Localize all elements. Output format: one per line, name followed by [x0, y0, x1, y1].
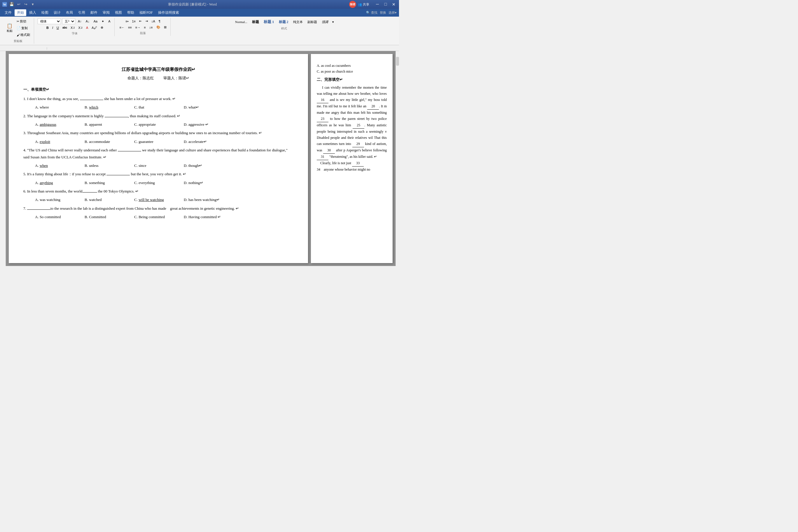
indent-btn[interactable]: ⇥: [144, 18, 149, 24]
menu-foxit[interactable]: 福昕PDF: [137, 10, 155, 16]
menu-mail[interactable]: 邮件: [88, 10, 100, 16]
redo-quick-btn[interactable]: ↪: [23, 1, 28, 7]
menu-home[interactable]: 开始: [15, 10, 26, 16]
highlight-btn[interactable]: A🖊: [90, 25, 98, 30]
line-spacing-btn[interactable]: ↕≡: [148, 25, 154, 30]
share-btn[interactable]: 👥 共享: [358, 2, 369, 7]
align-right-btn[interactable]: ≡→: [134, 25, 142, 30]
menu-search-ops[interactable]: 操作说明搜索: [156, 10, 182, 16]
style-biaoti[interactable]: 标题: [250, 19, 261, 25]
customize-quick-btn[interactable]: ▾: [30, 1, 36, 7]
opt-4a: A. when: [35, 162, 79, 169]
menu-layout[interactable]: 布局: [63, 10, 75, 16]
main-page[interactable]: 江苏省盐城中学高三年级寒假作业四↵ 命题人：陈志红 审题人：陈珺↵ 一、单项填空…: [9, 54, 308, 263]
paragraph-group: ≡• 1≡ ⇤ ⇥ ↕A ¶ ≡← ≡≡ ≡→ ≡ ↕≡ 🎨 ⊞ 段落: [116, 18, 171, 36]
scrollbar-thumb[interactable]: [396, 57, 399, 65]
opt-6a: A. was watching: [35, 196, 79, 203]
opt-3c: C. guarantee: [134, 138, 178, 145]
styles-more-btn[interactable]: ▾: [331, 19, 336, 25]
titlebar-left: W 💾 ↩ ↪ ▾: [2, 1, 36, 7]
quick-access-toolbar: 💾 ↩ ↪ ▾: [9, 1, 36, 7]
font-grow-btn[interactable]: A↑: [76, 19, 83, 24]
left-sidebar: [0, 51, 6, 266]
menu-review[interactable]: 审阅: [100, 10, 112, 16]
sort-btn[interactable]: ↕A: [150, 19, 157, 24]
font-label: 字体: [72, 32, 78, 36]
style-normal[interactable]: Normal...: [233, 19, 249, 24]
style-heading1[interactable]: 标题 1: [262, 18, 276, 25]
maximize-button[interactable]: □: [383, 1, 388, 7]
clipboard-label: 剪贴板: [14, 39, 22, 43]
menu-references[interactable]: 引用: [76, 10, 88, 16]
style-emphasis[interactable]: 强调: [320, 19, 330, 25]
clipboard-group: 📋 粘贴 ✂ 剪切 📄 复制 🖌 格式刷 剪贴板: [2, 18, 34, 44]
font-size-selector[interactable]: 五号: [62, 18, 75, 24]
font-color-btn[interactable]: A: [84, 25, 90, 30]
options-6: A. was watching B. watched C. will be wa…: [35, 196, 293, 203]
paste-button[interactable]: 📋 粘贴: [5, 21, 15, 36]
font-case-btn[interactable]: Aa: [92, 19, 99, 24]
subscript-button[interactable]: X2: [69, 25, 76, 30]
style-heading2[interactable]: 标题 2: [277, 19, 290, 25]
replace-label[interactable]: 替换: [380, 11, 386, 15]
opt-1b: B. which: [84, 104, 128, 111]
italic-button[interactable]: I: [51, 25, 55, 30]
styles-label: 样式: [281, 26, 287, 31]
opt-2c: C. appropriate: [134, 121, 178, 128]
font-more-btn[interactable]: A: [107, 19, 112, 24]
strikethrough-button[interactable]: abc: [61, 25, 69, 30]
close-button[interactable]: ✕: [391, 1, 397, 7]
bullets-btn[interactable]: ≡•: [124, 19, 130, 24]
menu-insert[interactable]: 插入: [27, 10, 38, 16]
save-quick-btn[interactable]: 💾: [9, 1, 15, 7]
question-3: 3. Throughout Southeast Asia, many count…: [23, 130, 293, 136]
minimize-button[interactable]: ─: [375, 1, 380, 7]
underline-button[interactable]: U: [55, 25, 60, 30]
menu-file[interactable]: 文件: [2, 10, 14, 16]
align-left-btn[interactable]: ≡←: [118, 25, 126, 30]
more-font-btn[interactable]: ⊕: [99, 25, 105, 30]
opt-4b: B. unless: [84, 162, 128, 169]
title-bar: W 💾 ↩ ↪ ▾ 寒假作业四新 [兼容模式] - Word 陈珺 👥 共享 ─…: [0, 0, 399, 9]
justify-btn[interactable]: ≡: [142, 25, 147, 30]
style-subtitle[interactable]: 副标题: [305, 19, 319, 25]
opt-5a: A. anything: [35, 179, 79, 186]
question-2: 2. The language in the company's stateme…: [23, 113, 293, 119]
undo-quick-btn[interactable]: ↩: [16, 1, 22, 7]
word-app-icon: W: [2, 2, 7, 7]
right-opt-a: A. as cool as cucumbers: [317, 63, 387, 69]
menu-draw[interactable]: 绘图: [39, 10, 51, 16]
opt-5d: D. nothing↵: [184, 179, 228, 186]
superscript-button[interactable]: X2: [77, 25, 84, 30]
outdent-btn[interactable]: ⇤: [138, 18, 143, 24]
font-clear-btn[interactable]: ✦: [100, 19, 106, 24]
shading-btn[interactable]: 🎨: [155, 24, 162, 30]
opt-3d: D. accelerate↵: [184, 138, 228, 145]
doc-subtitle: 命题人：陈志红 审题人：陈珺↵: [23, 75, 293, 81]
font-family-selector[interactable]: 楷体: [38, 18, 61, 24]
font-shrink-btn[interactable]: A↓: [84, 19, 91, 24]
align-center-btn[interactable]: ≡≡: [127, 25, 133, 30]
question-6: 6. In less than seven months, the world …: [23, 188, 293, 194]
menu-design[interactable]: 设计: [51, 10, 63, 16]
menu-view[interactable]: 视图: [113, 10, 124, 16]
cut-button[interactable]: ✂ 剪切: [15, 18, 32, 24]
opt-7d: D. Having committed ↵: [184, 213, 228, 220]
menu-help[interactable]: 帮助: [125, 10, 136, 16]
question-4: 4. "The US and China will never really u…: [23, 147, 293, 160]
bold-button[interactable]: B: [45, 25, 50, 30]
find-label[interactable]: 🔍 查找: [366, 11, 377, 15]
opt-6b: B. watched: [84, 196, 128, 203]
border-btn[interactable]: ⊞: [163, 24, 168, 30]
blank-7: [27, 209, 51, 210]
menu-bar: 文件 开始 插入 绘图 设计 布局 引用 邮件 审阅 视图 帮助 福昕PDF 操…: [0, 9, 399, 17]
select-label[interactable]: 选择▾: [388, 11, 397, 15]
format-paint-button[interactable]: 🖌 格式刷: [15, 32, 32, 38]
numbering-btn[interactable]: 1≡: [131, 19, 137, 24]
styles-group: Normal... 标题 标题 1 标题 2 纯文本 副标题 强调 ▾ 样式: [172, 18, 397, 31]
opt-1d: D. what↵: [184, 104, 228, 111]
right-scrollbar[interactable]: [396, 51, 399, 266]
show-marks-btn[interactable]: ¶: [157, 19, 162, 24]
style-plaintext[interactable]: 纯文本: [291, 19, 305, 25]
copy-button[interactable]: 📄 复制: [15, 25, 32, 31]
